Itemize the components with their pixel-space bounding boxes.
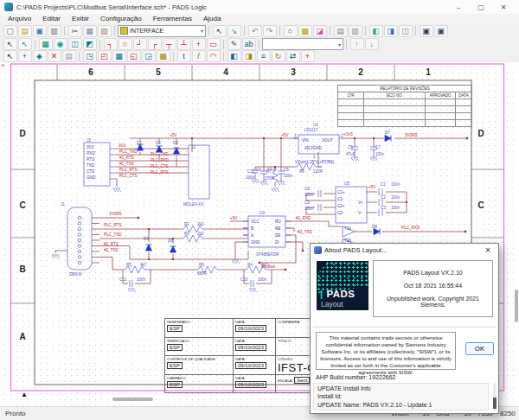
schematic-label: B [251,226,253,231]
menu-arquivo[interactable]: Arquivo [8,15,31,22]
add-arc-icon[interactable]: ◠ [207,50,221,62]
select-mode-icon[interactable]: ↖ [213,25,227,37]
product-version: PADS Layout VX.2.10 [403,270,462,276]
horizontal-scrollbar[interactable] [112,398,153,401]
undo-icon[interactable]: ↶ [248,25,262,37]
schematic-label: C7 [375,145,381,150]
route-icon[interactable]: ◳ [83,50,97,62]
status-y-coordinate: 8250 [500,410,516,417]
pads-router-icon[interactable]: ▣ [420,25,433,37]
pads-layout-icon[interactable]: ▣ [434,25,448,37]
revision-column-header: LTR [337,92,364,99]
sheet-selector-combobox[interactable]: INTERFACE▾ [118,25,206,37]
plot-icon[interactable]: ▥ [349,25,362,37]
menu-configuracao[interactable]: Configuração [100,15,142,22]
schematic-label: C11 [119,277,127,282]
pencil-icon[interactable]: ✎ [227,38,241,50]
zone-row-label: C [19,200,25,210]
add-part-icon[interactable]: ▦ [39,38,53,50]
window-new-icon[interactable]: ◫ [399,25,413,37]
pointer-icon[interactable]: ↖ [3,50,17,62]
zoom-icon[interactable]: ○ [284,25,298,37]
delete-icon[interactable]: ✕ [48,50,61,62]
ungroup-icon[interactable]: ◨ [242,50,256,62]
vertical-scrollbar[interactable] [515,290,518,322]
chevron-down-icon[interactable]: ▾ [201,28,203,34]
properties-icon[interactable]: ▤ [62,50,76,62]
add-connection-icon[interactable]: ┐ [104,38,118,50]
print-icon[interactable]: ▥ [48,25,61,37]
zone-row-label: B [19,264,25,274]
tee-up-icon[interactable]: ┴ [177,38,191,50]
dialog-title-bar[interactable]: About PADS Layout... ✕ [311,244,498,256]
sheet-view-icon[interactable]: ▩ [298,25,312,37]
copy-icon[interactable]: ▦ [83,25,97,37]
add-line-icon[interactable]: / [192,50,206,62]
swap-pin-icon[interactable]: ◩ [83,38,97,50]
search-combobox[interactable]: ▾ [262,38,343,50]
schematic-label: C4 [256,168,261,172]
junction-icon[interactable]: + [192,38,206,50]
group-icon[interactable]: ◧ [227,50,241,62]
schematic-label: D8 [372,225,377,229]
offpage-icon[interactable]: ▭ [207,38,221,50]
close-button[interactable]: ✕ [492,1,515,14]
corner-up-icon[interactable]: ┌ [148,38,162,50]
step-down-icon[interactable]: ↓ [365,38,379,50]
update-info-panel: UPDATE Install InfoInstall Id:UPDATE Nam… [313,383,489,410]
status-ready: Pronto [5,410,26,417]
step-up-icon[interactable]: ↑ [350,38,364,50]
park-icon[interactable]: + [301,50,315,62]
offpage-ref-icon[interactable]: ◱ [127,50,141,62]
schematic-label: 2k2 [197,222,204,226]
logo-wordmark: | PADS [320,289,356,299]
paste-icon[interactable]: ▧ [98,25,112,37]
ok-button[interactable]: OK [465,342,494,355]
corner-down-icon[interactable]: ┘ [133,38,147,50]
menu-editar[interactable]: Editar [42,15,61,22]
label-icon[interactable]: ab [242,38,256,50]
window-cascade-icon[interactable]: ◨ [384,25,398,37]
update-panel-scrollbar[interactable] [493,383,497,410]
schematic-label: 4k7 [140,263,147,267]
mirror-icon[interactable]: ⇄ [286,50,300,62]
minimize-button[interactable]: – [447,1,470,14]
open-folder-icon[interactable]: ▤ [18,25,32,37]
tee-down-icon[interactable]: ┬ [163,38,176,50]
add-bus-icon[interactable]: ○ [119,38,132,50]
schematic-label: 1 [313,155,316,159]
new-file-icon[interactable]: ▢ [3,25,17,37]
maximize-button[interactable]: ▢ [470,1,492,14]
zone-column-label: 5 [156,67,161,77]
move-icon[interactable]: + [18,50,32,62]
schematic-label: GND [86,175,96,180]
diode-symbol [157,146,163,152]
schematic-label: 680R [197,271,208,276]
build-number: AHP Build number: 19222662 [316,374,396,380]
eraser-icon[interactable]: ◪ [313,25,327,37]
select-gates-icon[interactable]: ↖ [18,38,32,50]
selection-filter-icon[interactable]: ↘ [227,25,241,37]
rotate-icon[interactable]: ↻ [272,50,285,62]
dialog-close-icon[interactable]: ✕ [481,246,495,254]
select-anything-icon[interactable]: ↖ [3,38,17,50]
menu-exibir[interactable]: Exibir [72,15,89,22]
menu-ajuda[interactable]: Ajuda [203,15,221,22]
revision-cell [337,106,364,113]
field-icon[interactable]: ▩ [157,50,170,62]
align-icon[interactable]: ≡ [257,50,271,62]
menu-ferramentas[interactable]: Ferramentas [153,15,192,22]
swap-gate-icon[interactable]: ◫ [68,38,82,50]
add-text-icon[interactable]: t [177,50,191,62]
redo-icon[interactable]: ↷ [263,25,277,37]
copy-object-icon[interactable]: ◈ [33,50,47,62]
save-icon[interactable]: ▣ [33,25,47,37]
bus-route-icon[interactable]: ◰ [98,50,112,62]
chevron-down-icon[interactable]: ▾ [338,41,341,48]
cut-icon[interactable]: ✂ [68,25,82,37]
add-gate-icon[interactable]: ◉ [54,38,67,50]
net-icon[interactable]: ▦ [112,50,126,62]
window-tile-icon[interactable]: ◧ [369,25,383,37]
print-preview-icon[interactable]: ▤ [334,25,348,37]
hierarchy-icon[interactable]: ◲ [142,50,156,62]
